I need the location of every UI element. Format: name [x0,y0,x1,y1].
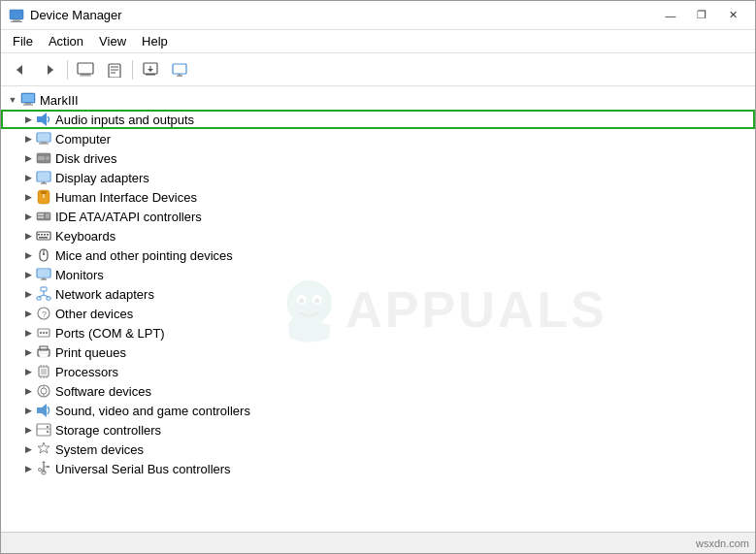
toolbar-update-button[interactable] [137,57,164,82]
computer-icon [36,131,51,147]
svg-rect-62 [37,297,41,300]
tree-item-ide[interactable]: ▶ IDE ATA/ATAPI controllers [1,207,755,226]
system-icon [36,441,51,457]
tree-item-monitor[interactable]: ▶ Monitors [1,265,755,284]
system-expander[interactable]: ▶ [20,441,36,457]
svg-point-56 [43,253,45,255]
svg-point-71 [43,332,45,334]
status-text: wsxdn.com [696,538,749,549]
tree-item-other[interactable]: ▶ ? Other devices [1,304,755,323]
monitor-label: Monitors [55,268,104,282]
tree-item-network[interactable]: ▶ Network adapters [1,284,755,304]
computer-expander[interactable]: ▶ [20,131,36,147]
ide-icon [36,209,51,224]
svg-rect-45 [38,213,44,215]
storage-icon [36,422,51,438]
network-expander[interactable]: ▶ [20,286,36,302]
maximize-button[interactable]: ❐ [687,6,716,25]
sound-label: Sound, video and game controllers [55,404,250,418]
print-expander[interactable]: ▶ [20,344,36,360]
system-label: System devices [55,442,144,457]
menu-help[interactable]: Help [134,32,176,50]
svg-point-85 [41,388,47,394]
keyboard-label: Keyboards [55,229,115,244]
mouse-icon [36,247,51,263]
tree-item-display[interactable]: ▶ Display adapters [1,168,755,187]
ports-label: Ports (COM & LPT) [55,326,165,341]
network-label: Network adapters [55,287,154,302]
ide-label: IDE ATA/ATAPI controllers [55,210,202,224]
svg-rect-47 [46,213,49,218]
other-label: Other devices [55,307,133,321]
tree-item-mouse[interactable]: ▶ Mice and other pointing devices [1,245,755,265]
tree-item-storage[interactable]: ▶ Storage controllers [1,420,755,440]
svg-rect-16 [173,64,186,74]
svg-rect-42 [41,191,47,194]
minimize-button[interactable]: — [656,6,685,25]
processor-expander[interactable]: ▶ [20,364,36,379]
ide-expander[interactable]: ▶ [20,209,36,224]
usb-expander[interactable]: ▶ [20,461,36,476]
audio-expander[interactable]: ▶ [20,112,36,127]
svg-rect-51 [44,234,46,236]
svg-rect-90 [37,424,50,436]
svg-rect-61 [41,287,47,291]
svg-rect-63 [47,297,50,300]
svg-text:?: ? [42,310,47,319]
storage-expander[interactable]: ▶ [20,422,36,438]
svg-line-65 [39,295,44,297]
keyboard-expander[interactable]: ▶ [20,228,36,244]
svg-rect-53 [39,237,48,239]
toolbar-back-button[interactable] [7,57,34,82]
tree-view[interactable]: ▼ MarkIII ▶ [1,86,755,532]
tree-item-keyboard[interactable]: ▶ Keyboards [1,226,755,245]
toolbar-display-button[interactable] [166,57,193,82]
disk-expander[interactable]: ▶ [20,150,36,166]
svg-rect-36 [38,156,45,160]
menu-action[interactable]: Action [41,32,91,50]
tree-item-sound[interactable]: ▶ Sound, video and game controllers [1,401,755,420]
mouse-expander[interactable]: ▶ [20,247,36,263]
tree-item-usb[interactable]: ▶ Universal Serial Bus controllers [1,459,755,478]
title-bar-left: Device Manager [9,8,122,23]
toolbar-computer-button[interactable] [72,57,99,82]
tree-item-print[interactable]: ▶ Print queues [1,342,755,362]
disk-icon [36,150,51,166]
svg-rect-46 [38,216,44,218]
close-button[interactable]: ✕ [718,6,747,25]
ports-expander[interactable]: ▶ [20,325,36,341]
menu-file[interactable]: File [5,32,41,50]
tree-item-computer[interactable]: ▶ Computer [1,129,755,148]
svg-rect-0 [10,10,23,19]
svg-marker-89 [42,404,47,417]
tree-root-item[interactable]: ▼ MarkIII [1,90,755,110]
content-area: APPUALS ▼ MarkIII ▶ [1,86,755,532]
display-label: Display adapters [55,171,149,185]
svg-rect-31 [38,134,49,141]
monitor-expander[interactable]: ▶ [20,267,36,282]
title-bar-controls: — ❐ ✕ [656,6,747,25]
toolbar-separator-1 [67,60,68,80]
tree-item-hid[interactable]: ▶ Human Interface Devices [1,187,755,207]
tree-item-audio[interactable]: ▶ Audio inputs and outputs [1,110,755,129]
svg-rect-26 [25,103,31,105]
display-expander[interactable]: ▶ [20,170,36,185]
tree-item-ports[interactable]: ▶ Ports (COM & LPT) [1,323,755,342]
svg-rect-1 [13,19,20,21]
svg-marker-14 [148,69,153,72]
toolbar-forward-button[interactable] [36,57,63,82]
root-expander[interactable]: ▼ [5,92,20,108]
computer-label: Computer [55,132,111,147]
tree-item-system[interactable]: ▶ System devices [1,440,755,459]
other-expander[interactable]: ▶ [20,306,36,321]
tree-item-software[interactable]: ▶ Software devices [1,381,755,401]
toolbar-properties-button[interactable] [101,57,128,82]
software-expander[interactable]: ▶ [20,383,36,399]
hid-expander[interactable]: ▶ [20,189,36,205]
tree-item-disk[interactable]: ▶ Disk drives [1,148,755,168]
svg-rect-32 [41,142,47,144]
sound-expander[interactable]: ▶ [20,403,36,418]
tree-item-processor[interactable]: ▶ Processors [1,362,755,381]
svg-point-99 [39,469,42,472]
menu-view[interactable]: View [91,32,134,50]
